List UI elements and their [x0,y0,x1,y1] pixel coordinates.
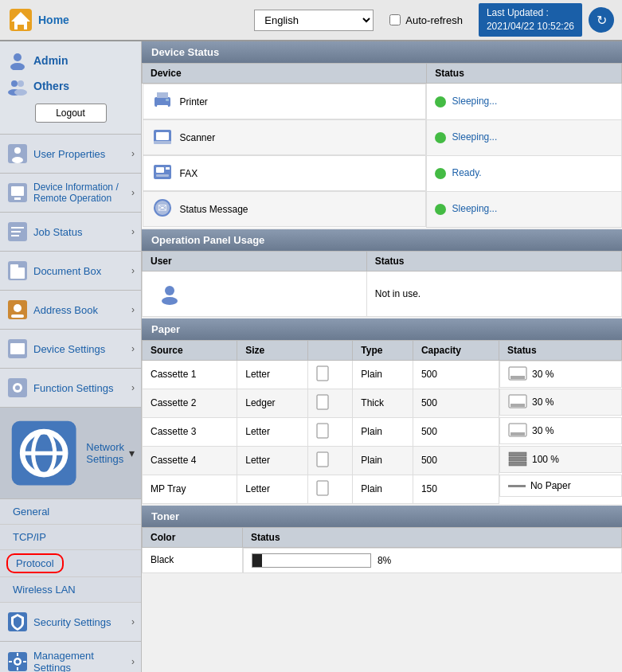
network-sub-protocol[interactable]: Protocol [6,553,64,573]
sidebar-item-user-properties[interactable]: User Properties › [0,135,141,174]
last-updated-section: Last Updated : 2021/04/22 10:52:26 [479,3,582,37]
svg-rect-15 [11,227,24,229]
paper-sheet-icon [316,423,329,439]
function-settings-chevron: › [131,382,135,393]
job-status-icon [6,221,29,243]
logout-button[interactable]: Logout [35,104,107,123]
job-status-chevron: › [131,226,135,237]
security-settings-label: Security Settings [33,616,127,628]
svg-rect-16 [11,231,21,232]
svg-rect-59 [511,376,525,379]
refresh-button[interactable]: ↻ [589,7,614,33]
svg-rect-12 [11,186,24,196]
paper-type: Thick [353,389,413,417]
table-row: Printer Sleeping... [143,84,622,120]
table-row: Cassette 1 Letter Plain 500 30 % [143,360,622,389]
device-status-cell: Sleeping... [427,119,622,155]
document-box-label: Document Box [33,265,127,277]
paper-status: 100 % [499,446,622,473]
svg-point-7 [14,89,27,96]
paper-source-col: Source [143,340,237,360]
admin-icon [8,51,27,70]
sidebar-item-device-settings[interactable]: Device Settings › [0,330,141,369]
table-row: ✉ Status Message Sleeping... [143,191,622,227]
paper-partial-icon [508,423,527,439]
status-col-header: Status [427,64,622,84]
last-updated-label: Last Updated : [487,6,574,20]
address-book-label: Address Book [33,304,127,316]
paper-status: 30 % [499,361,622,388]
user-properties-chevron: › [131,148,135,159]
home-link[interactable]: Home [8,7,69,33]
paper-status-col: Status [499,340,621,360]
svg-rect-25 [10,343,25,354]
network-sub-wireless-lan[interactable]: Wireless LAN [0,577,141,603]
paper-type-col-icon [308,340,353,360]
toner-status-col: Status [242,527,621,547]
sidebar-item-security-settings[interactable]: Security Settings › [0,603,141,642]
svg-rect-57 [317,366,328,381]
admin-item: Admin [8,48,133,73]
device-info-icon [6,182,29,204]
sidebar-item-address-book[interactable]: Address Book › [0,291,141,330]
svg-rect-17 [11,235,19,236]
toner-color: Black [143,547,243,573]
device-info-chevron: › [131,187,135,198]
paper-type: Plain [353,475,413,503]
svg-rect-39 [17,667,18,670]
paper-status-text: 30 % [532,425,554,436]
svg-point-5 [18,80,24,87]
sidebar-item-job-status[interactable]: Job Status › [0,213,141,252]
home-icon [8,7,33,33]
paper-capacity: 150 [413,475,499,503]
paper-type-icon-cell [308,475,353,503]
toner-percent: 8% [378,555,391,566]
device-name: Printer [180,96,208,107]
status-text: Ready. [452,167,482,178]
toner-bar [252,553,371,568]
autorefresh-checkbox[interactable] [389,14,401,25]
network-sub-general[interactable]: General [0,499,141,525]
paper-source: Cassette 1 [143,360,237,389]
device-settings-chevron: › [131,343,135,354]
op-status-col: Status [366,251,621,271]
paper-type-icon-cell [308,417,353,446]
sidebar-item-function-settings[interactable]: Function Settings › [0,369,141,408]
language-selector[interactable]: English [254,10,374,31]
paper-source: Cassette 4 [143,446,237,475]
management-settings-label: Management Settings [33,650,127,672]
user-section: Admin Others Logout [0,41,141,135]
security-settings-icon [6,611,29,633]
status-dot [435,96,446,107]
sidebar-item-device-info[interactable]: Device Information / Remote Operation › [0,174,141,213]
paper-source: MP Tray [143,475,237,503]
network-sub-tcpip[interactable]: TCP/IP [0,525,141,550]
paper-sheet-icon [316,365,329,381]
language-select[interactable]: English [254,10,374,31]
device-col-header: Device [143,64,427,84]
device-name-cell: Scanner [143,119,427,155]
paper-capacity: 500 [413,389,499,417]
sidebar-item-management-settings[interactable]: Management Settings › [0,642,141,672]
device-icon [151,161,174,186]
svg-rect-43 [157,92,168,98]
op-user-icon [158,283,181,305]
svg-rect-38 [17,653,18,656]
paper-status-text: 30 % [532,369,554,380]
sidebar-item-document-box[interactable]: Document Box › [0,252,141,291]
paper-table: Source Size Type Capacity Status Cassett… [142,340,622,504]
paper-size: Letter [237,475,308,503]
svg-rect-65 [511,432,525,436]
device-status-section: Device Status Device Status Printer Slee… [142,41,622,228]
sidebar-item-network-settings[interactable]: Network Settings ▾ [0,408,141,499]
operation-panel-section: Operation Panel Usage User Status [142,229,622,317]
device-status-cell: Sleeping... [427,191,622,227]
paper-size: Ledger [237,389,308,417]
op-user-cell [143,271,367,316]
device-icon [151,125,174,150]
paper-capacity: 500 [413,360,499,389]
user-properties-icon [6,143,29,165]
device-settings-icon [6,338,29,360]
toner-section: Toner Color Status Black 8% [142,506,622,574]
device-info-label: Device Information / Remote Operation [33,182,127,204]
